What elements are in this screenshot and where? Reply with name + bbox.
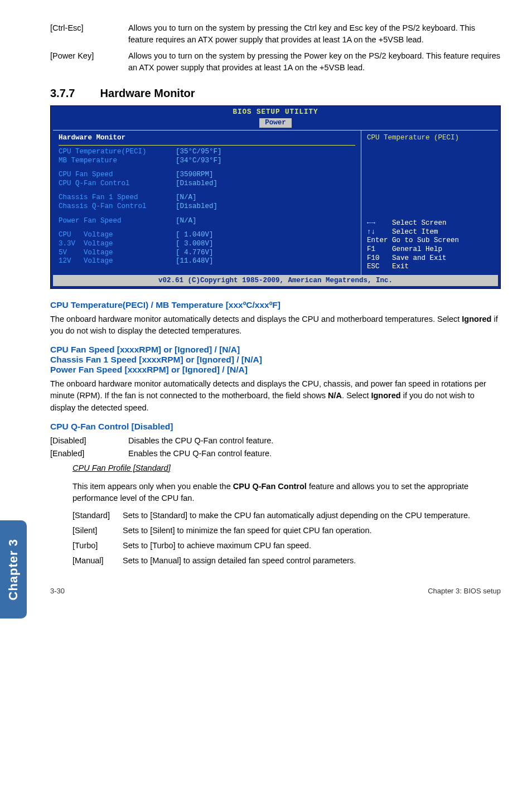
profile-subsection: CPU Fan Profile [Standard] This item app…	[50, 463, 501, 567]
section-title: 3.7.7 Hardware Monitor	[50, 87, 501, 100]
bios-screenshot: BIOS SETUP UTILITY Power Hardware Monito…	[50, 105, 501, 289]
profile-option-row: [Turbo] Sets to [Turbo] to achieve maxim…	[72, 540, 501, 552]
bios-nav-line: ↑↓ Select Item	[367, 228, 459, 237]
bios-key: CPU Temperature(PECI)	[59, 148, 176, 157]
def-term: [Ctrl-Esc]	[50, 22, 128, 46]
bios-key: CPU Voltage	[59, 231, 176, 240]
profile-option-term: [Manual]	[72, 555, 123, 567]
bios-key: 12V Voltage	[59, 257, 176, 266]
top-definitions: [Ctrl-Esc] Allows you to turn on the sys…	[50, 22, 501, 74]
profile-option-row: [Manual] Sets to [Manual] to assign deta…	[72, 555, 501, 567]
bios-val: [34°C/93°F]	[176, 157, 222, 166]
def-term: [Power Key]	[50, 50, 128, 74]
bios-footer: v02.61 (C)Copyright 1985-2009, American …	[53, 276, 498, 287]
profile-option-desc: Sets to [Manual] to assign detailed fan …	[123, 555, 501, 567]
bios-key: CPU Q-Fan Control	[59, 180, 176, 189]
section-name: Hardware Monitor	[100, 87, 195, 99]
bios-tab-power: Power	[259, 118, 292, 128]
subsection-heading: CPU Fan Speed [xxxxRPM] or [Ignored] / […	[50, 345, 501, 355]
bios-key: MB Temperature	[59, 157, 176, 166]
profile-body: This item appears only when you enable t…	[72, 481, 501, 504]
option-row: [Disabled] Disables the CPU Q-Fan contro…	[50, 435, 501, 447]
bios-val: [N/A]	[176, 217, 197, 226]
footer-page-number: 3-30	[50, 587, 65, 595]
chapter-side-tab-label: Chapter 3	[6, 539, 21, 600]
profile-option-desc: Sets to [Silent] to minimize the fan spe…	[123, 525, 501, 537]
bios-val: [ 4.776V]	[176, 249, 214, 258]
footer-chapter-label: Chapter 3: BIOS setup	[428, 587, 501, 595]
option-desc: Disables the CPU Q-Fan control feature.	[128, 435, 273, 447]
bios-val: [11.648V]	[176, 257, 214, 266]
bios-val: [Disabled]	[176, 180, 217, 189]
bios-val: [3590RPM]	[176, 171, 214, 180]
option-row: [Enabled] Enables the CPU Q-Fan control …	[50, 448, 501, 460]
bios-key: Power Fan Speed	[59, 217, 176, 226]
bios-key: 3.3V Voltage	[59, 240, 176, 249]
bios-header: BIOS SETUP UTILITY	[51, 106, 500, 118]
option-term: [Disabled]	[50, 435, 128, 447]
bios-nav-line: F1 General Help	[367, 245, 459, 254]
subsection-heading: CPU Q-Fan Control [Disabled]	[50, 422, 501, 432]
profile-option-desc: Sets to [Standard] to make the CPU fan a…	[123, 510, 501, 521]
profile-option-desc: Sets to [Turbo] to achieve maximum CPU f…	[123, 540, 501, 552]
bios-nav-line: ←→ Select Screen	[367, 219, 459, 228]
def-desc: Allows you to turn on the system by pres…	[128, 50, 501, 74]
bios-key: CPU Fan Speed	[59, 171, 176, 180]
bios-val: [35°C/95°F]	[176, 148, 222, 157]
profile-option-term: [Silent]	[72, 525, 123, 537]
bios-left-panel: Hardware Monitor CPU Temperature(PECI)[3…	[53, 131, 361, 275]
chapter-side-tab: Chapter 3	[0, 520, 27, 606]
bios-val: [ 3.008V]	[176, 240, 214, 249]
def-row: [Power Key] Allows you to turn on the sy…	[50, 50, 501, 74]
profile-option-term: [Turbo]	[72, 540, 123, 552]
bios-val: [ 1.040V]	[176, 231, 214, 240]
subsection-body: The onboard hardware monitor automatical…	[50, 378, 501, 413]
option-desc: Enables the CPU Q-Fan control feature.	[128, 448, 272, 460]
option-term: [Enabled]	[50, 448, 128, 460]
def-row: [Ctrl-Esc] Allows you to turn on the sys…	[50, 22, 501, 46]
bios-nav-line: ESC Exit	[367, 263, 459, 272]
bios-nav-help: ←→ Select Screen ↑↓ Select Item Enter Go…	[367, 219, 459, 272]
bios-right-title: CPU Temperature (PECI)	[367, 134, 492, 143]
bios-key: Chassis Q-Fan Control	[59, 202, 176, 211]
bios-key: Chassis Fan 1 Speed	[59, 194, 176, 202]
section-number: 3.7.7	[50, 87, 97, 100]
bios-nav-line: F10 Save and Exit	[367, 254, 459, 263]
bios-left-title: Hardware Monitor	[59, 134, 355, 144]
profile-option-term: [Standard]	[72, 510, 123, 521]
bios-tabbar: Power	[51, 118, 500, 131]
subsection-heading: Chassis Fan 1 Speed [xxxxRPM] or [Ignore…	[50, 355, 501, 365]
bios-key: 5V Voltage	[59, 249, 176, 258]
profile-option-row: [Silent] Sets to [Silent] to minimize th…	[72, 525, 501, 537]
profile-option-row: [Standard] Sets to [Standard] to make th…	[72, 510, 501, 521]
profile-heading: CPU Fan Profile [Standard]	[72, 463, 501, 472]
bios-val: [N/A]	[176, 194, 197, 202]
page-footer: 3-30 Chapter 3: BIOS setup	[0, 581, 532, 606]
page-content: [Ctrl-Esc] Allows you to turn on the sys…	[0, 0, 532, 581]
subsection-body: The onboard hardware monitor automatical…	[50, 313, 501, 337]
bios-right-panel: CPU Temperature (PECI) ←→ Select Screen …	[361, 131, 498, 275]
bios-inner: Hardware Monitor CPU Temperature(PECI)[3…	[53, 130, 498, 276]
bios-nav-line: Enter Go to Sub Screen	[367, 236, 459, 245]
subsection-heading: Power Fan Speed [xxxxRPM] or [Ignored] /…	[50, 365, 501, 375]
def-desc: Allows you to turn on the system by pres…	[128, 22, 501, 46]
subsection-heading: CPU Temperature(PECI) / MB Temperature […	[50, 300, 501, 310]
bios-val: [Disabled]	[176, 202, 217, 211]
